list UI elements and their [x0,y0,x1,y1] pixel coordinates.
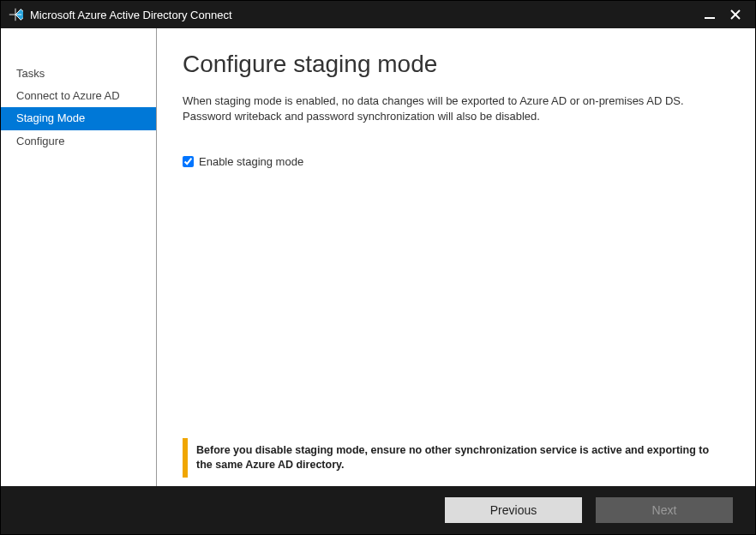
sidebar-item-configure[interactable]: Configure [1,130,156,153]
app-icon [8,7,23,22]
titlebar: Microsoft Azure Active Directory Connect [1,1,755,28]
footer: Previous Next [1,486,755,534]
sidebar-item-label: Connect to Azure AD [16,89,120,102]
body: Tasks Connect to Azure AD Staging Mode C… [1,28,755,486]
enable-staging-mode-label: Enable staging mode [199,155,303,168]
previous-button[interactable]: Previous [445,497,582,523]
main-panel: Configure staging mode When staging mode… [157,28,755,486]
sidebar-item-label: Configure [16,135,64,147]
warning-banner: Before you disable staging mode, ensure … [183,438,729,478]
enable-staging-mode-row[interactable]: Enable staging mode [183,155,729,168]
sidebar-item-staging-mode[interactable]: Staging Mode [1,107,156,129]
close-button[interactable] [723,1,748,28]
warning-text: Before you disable staging mode, ensure … [196,444,709,471]
sidebar-item-tasks[interactable]: Tasks [1,63,156,85]
next-button[interactable]: Next [596,497,733,523]
sidebar-item-label: Staging Mode [16,111,85,124]
page-description: When staging mode is enabled, no data ch… [183,93,714,124]
window-title: Microsoft Azure Active Directory Connect [30,9,232,21]
sidebar-item-label: Tasks [16,67,45,80]
minimize-button[interactable] [697,1,723,28]
sidebar: Tasks Connect to Azure AD Staging Mode C… [1,28,157,486]
svg-rect-4 [705,17,715,19]
enable-staging-mode-checkbox[interactable] [183,156,194,167]
sidebar-item-connect-azure-ad[interactable]: Connect to Azure AD [1,85,156,107]
page-title: Configure staging mode [183,51,729,78]
